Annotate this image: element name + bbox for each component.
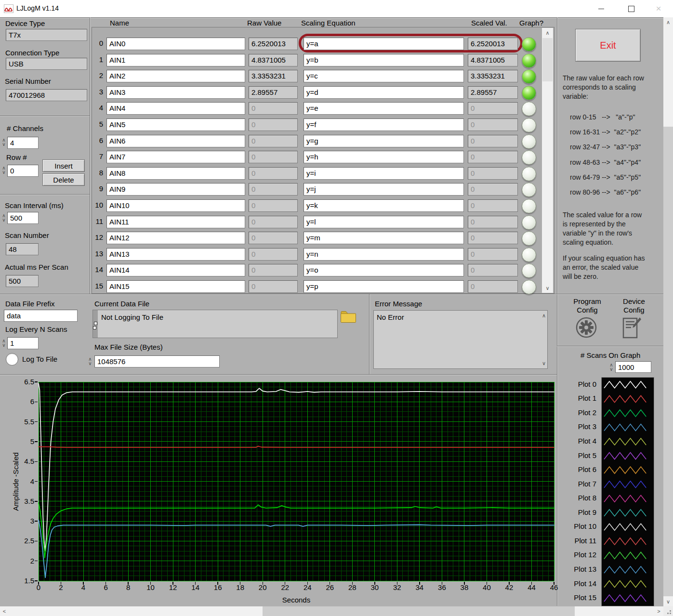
scan-interval-spinner[interactable]: ∧∨ [1,213,7,222]
graph-led[interactable] [522,53,536,68]
x-tick-label: 24 [298,583,317,591]
graph-led[interactable] [522,248,536,262]
exit-button[interactable]: Exit [575,29,641,62]
scaling-equation-field[interactable]: y=a [304,38,464,50]
scans-on-graph-label: # Scans On Graph [581,351,640,360]
channel-name-field[interactable]: AIN15 [106,280,245,293]
raw-value-field: 0 [249,199,298,212]
device-type-label: Device Type [5,19,45,28]
graph-led[interactable] [522,134,536,149]
scaling-equation-field[interactable]: y=p [304,280,464,293]
window-scroll-right-icon[interactable]: > [654,606,663,616]
legend-plot-label: Plot 2 [548,408,596,417]
scaling-equation-field[interactable]: y=i [304,167,464,180]
channel-name-field[interactable]: AIN8 [106,167,245,180]
graph-led[interactable] [522,37,536,52]
channel-name-field[interactable]: AIN7 [106,151,245,163]
table-scroll-up-icon[interactable]: ∧ [542,28,553,38]
channel-name-field[interactable]: AIN0 [106,38,245,50]
plot-legend-swatches[interactable] [601,377,654,606]
y-tick-label: 6.5 [10,378,34,386]
log-every-n-field[interactable]: 1 [7,337,39,349]
scan-interval-field[interactable]: 500 [7,212,39,224]
channel-name-field[interactable]: AIN12 [106,232,245,244]
mid-band-top-divider [0,294,663,294]
log-every-n-spinner[interactable]: ∧∨ [1,339,7,347]
resize-grip[interactable] [663,606,673,616]
log-to-file-radio[interactable] [6,353,18,366]
channel-name-field[interactable]: AIN13 [106,248,245,261]
graph-led[interactable] [522,231,536,246]
scaling-equation-field[interactable]: y=d [304,86,464,99]
device-config-doc-icon[interactable] [621,315,642,340]
ljlogm-window: LJLogM v1.14 × Device Type T7x Connectio… [0,0,673,616]
error-scroll-down-icon[interactable]: ∨ [542,360,546,367]
channels-field[interactable]: 4 [7,137,39,149]
scaling-equation-field[interactable]: y=k [304,199,464,212]
error-scroll-up-icon[interactable]: ∧ [542,313,546,319]
channel-name-field[interactable]: AIN1 [106,54,245,66]
channels-spinner[interactable]: ∧∨ [1,138,7,146]
graph-led[interactable] [522,69,536,84]
channel-name-field[interactable]: AIN14 [106,264,245,276]
window-scroll-up-icon[interactable]: ∧ [663,17,673,27]
graph-led[interactable] [522,167,536,181]
scaled-value-field: 4.8371005 [468,54,518,66]
window-scroll-left-icon[interactable]: < [0,606,9,616]
max-file-size-spinner[interactable]: ∧∨ [87,357,93,366]
window-scroll-down-icon[interactable]: ∨ [663,597,673,606]
header-name: Name [110,19,129,27]
header-raw-value: Raw Value [247,19,281,27]
scaling-equation-field[interactable]: y=o [304,264,464,276]
scaling-equation-field[interactable]: y=j [304,183,464,196]
graph-led[interactable] [522,118,536,132]
graph-led[interactable] [522,215,536,230]
program-config-gear-icon[interactable] [576,317,597,338]
channel-name-field[interactable]: AIN3 [106,86,245,99]
scaling-equation-field[interactable]: y=c [304,70,464,82]
scans-on-graph-field[interactable]: 1000 [615,361,651,373]
scaled-value-field: 0 [468,232,518,244]
close-button[interactable]: × [647,0,670,17]
scaling-equation-field[interactable]: y=f [304,118,464,131]
channel-name-field[interactable]: AIN6 [106,135,245,147]
graph-led[interactable] [522,280,536,294]
scaling-equation-field[interactable]: y=h [304,151,464,163]
scaling-equation-field[interactable]: y=m [304,232,464,244]
scaling-equation-field[interactable]: y=g [304,135,464,147]
max-file-size-field[interactable]: 1048576 [94,355,220,367]
data-file-prefix-field[interactable]: data [4,310,78,322]
insert-button[interactable]: Insert [42,159,85,172]
channel-name-field[interactable]: AIN5 [106,118,245,131]
table-scrollbar-thumb[interactable] [542,38,553,81]
channel-name-field[interactable]: AIN10 [106,199,245,212]
table-scroll-down-icon[interactable]: ∨ [542,283,553,293]
browse-folder-icon[interactable] [340,311,356,323]
scaling-equation-field[interactable]: y=b [304,54,464,66]
legend-plot-label: Plot 14 [548,579,596,588]
scaling-equation-field[interactable]: y=e [304,102,464,115]
header-scaling-equation: Scaling Equation [301,19,356,27]
scaling-equation-field[interactable]: y=l [304,216,464,228]
channel-name-field[interactable]: AIN4 [106,102,245,115]
error-section-divider [369,294,369,374]
graph-led[interactable] [522,86,536,100]
scaling-equation-field[interactable]: y=n [304,248,464,261]
row-number-spinner[interactable]: ∧∨ [1,166,7,174]
channel-name-field[interactable]: AIN9 [106,183,245,196]
connection-type-value: USB [6,58,87,70]
channel-name-field[interactable]: AIN2 [106,70,245,82]
channel-name-field[interactable]: AIN11 [106,216,245,228]
maximize-button[interactable] [620,0,642,17]
delete-button[interactable]: Delete [42,173,85,186]
row-number-field[interactable]: 0 [7,165,39,177]
scans-on-graph-spinner[interactable]: ∧∨ [608,363,614,371]
graph-led[interactable] [522,199,536,213]
window-horizontal-scrollbar-thumb[interactable] [263,606,575,616]
path-control-strip[interactable] [93,310,98,338]
window-vertical-scrollbar-thumb[interactable] [663,127,673,596]
y-tick-label: 5 [10,437,34,446]
graph-led[interactable] [522,150,536,165]
minimize-button[interactable] [590,0,612,17]
app-icon [4,4,13,13]
